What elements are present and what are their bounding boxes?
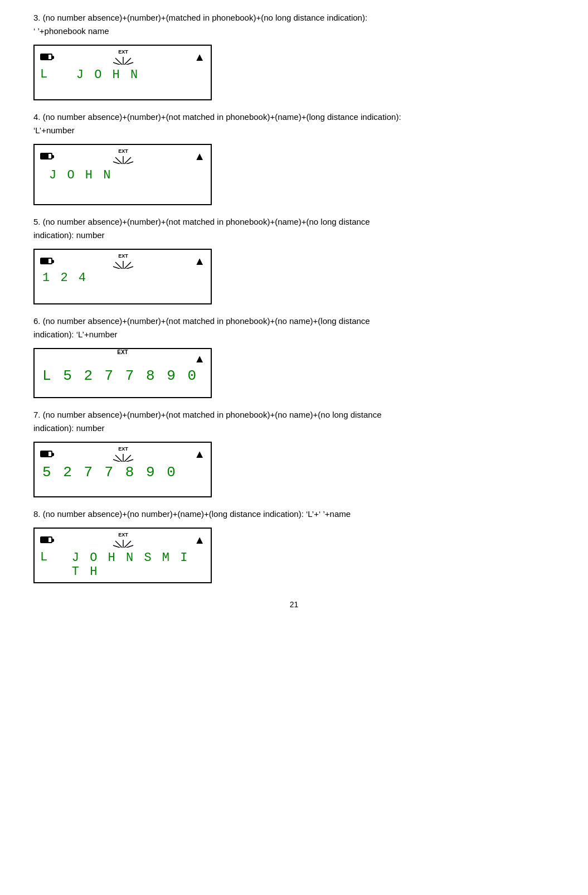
screen-main-text-8: J O H N S M I T H [70, 551, 205, 579]
ext-label-3: EXT [118, 49, 128, 55]
signal-svg-5 [111, 259, 135, 269]
section-3-description: 3. (no number absence)+(number)+(matched… [33, 11, 555, 38]
ext-signal-8: EXT [106, 532, 140, 548]
section-7-description: 7. (no number absence)+(number)+(not mat… [33, 408, 555, 435]
screen-top-left-3: L [40, 67, 74, 81]
screen-box-6: EXT ▲ L 5 2 7 7 8 9 0 [33, 348, 212, 398]
screen-main-text-row-8: L J O H N S M I T H [40, 550, 205, 579]
screen-main-text-row-3: L J O H N [40, 67, 205, 82]
antenna-icon-5: ▲ [194, 255, 205, 268]
section-6: 6. (no number absence)+(number)+(not mat… [33, 315, 555, 398]
screen-main-text-3: J O H N [74, 68, 139, 82]
ext-signal-5: EXT [106, 253, 140, 269]
section-7: 7. (no number absence)+(number)+(not mat… [33, 408, 555, 497]
screen-top-row-7: EXT ▲ [40, 446, 205, 462]
battery-icon-3 [40, 54, 52, 60]
screen-main-text-5: 1 2 4 [40, 271, 205, 285]
battery-icon-8 [40, 536, 52, 543]
ext-label-6: EXT [117, 349, 128, 355]
signal-svg-8 [111, 538, 135, 548]
section-4: 4. (no number absence)+(number)+(not mat… [33, 110, 555, 205]
section-8-description: 8. (no number absence)+(no number)+(name… [33, 507, 555, 521]
screen-top-row-5: EXT ▲ [40, 253, 205, 269]
screen-top-row-8: EXT ▲ [40, 532, 205, 548]
screen-box-5: EXT ▲ 1 2 4 [33, 249, 212, 304]
section-5: 5. (no number absence)+(number)+(not mat… [33, 215, 555, 304]
page-number: 21 [33, 600, 555, 609]
section-4-description: 4. (no number absence)+(number)+(not mat… [33, 110, 555, 137]
screen-box-8: EXT ▲ L J O H N S M I T H [33, 528, 212, 583]
screen-main-text-row-4: J O H N [40, 168, 205, 182]
screen-top-row-4: EXT ▲ [40, 148, 205, 164]
screen-box-7: EXT ▲ 5 2 7 7 8 9 0 [33, 442, 212, 497]
antenna-icon-7: ▲ [194, 448, 205, 461]
ext-label-4: EXT [118, 148, 128, 154]
ext-label-7: EXT [118, 446, 128, 452]
ext-label-5: EXT [118, 253, 128, 259]
section-5-description: 5. (no number absence)+(number)+(not mat… [33, 215, 555, 242]
signal-svg-3 [111, 55, 135, 65]
section-3: 3. (no number absence)+(number)+(matched… [33, 11, 555, 100]
ext-signal-7: EXT [106, 446, 140, 462]
signal-svg-4 [111, 154, 135, 164]
screen-box-3: EXT ▲ L J O H N [33, 45, 212, 100]
ext-signal-4: EXT [106, 148, 140, 164]
battery-icon-4 [40, 153, 52, 159]
screen-top-row-3: EXT ▲ [40, 49, 205, 65]
ext-signal-3: EXT [106, 49, 140, 65]
ext-label-8: EXT [118, 532, 128, 538]
screen-main-text-6: L 5 2 7 7 8 9 0 [40, 367, 205, 384]
battery-icon-7 [40, 451, 52, 457]
antenna-icon-8: ▲ [194, 534, 205, 546]
antenna-icon-6: ▲ [194, 352, 205, 365]
battery-icon-5 [40, 258, 52, 264]
antenna-icon-3: ▲ [194, 51, 205, 64]
section-8: 8. (no number absence)+(no number)+(name… [33, 507, 555, 583]
signal-svg-7 [111, 452, 135, 462]
screen-top-row-6: EXT ▲ [40, 352, 205, 365]
section-6-description: 6. (no number absence)+(number)+(not mat… [33, 315, 555, 341]
screen-main-text-7: 5 2 7 7 8 9 0 [40, 464, 205, 481]
screen-box-4: EXT ▲ J O H N [33, 144, 212, 205]
screen-top-left-8: L [40, 550, 70, 578]
screen-main-text-4: J O H N [40, 168, 112, 182]
antenna-icon-4: ▲ [194, 150, 205, 163]
